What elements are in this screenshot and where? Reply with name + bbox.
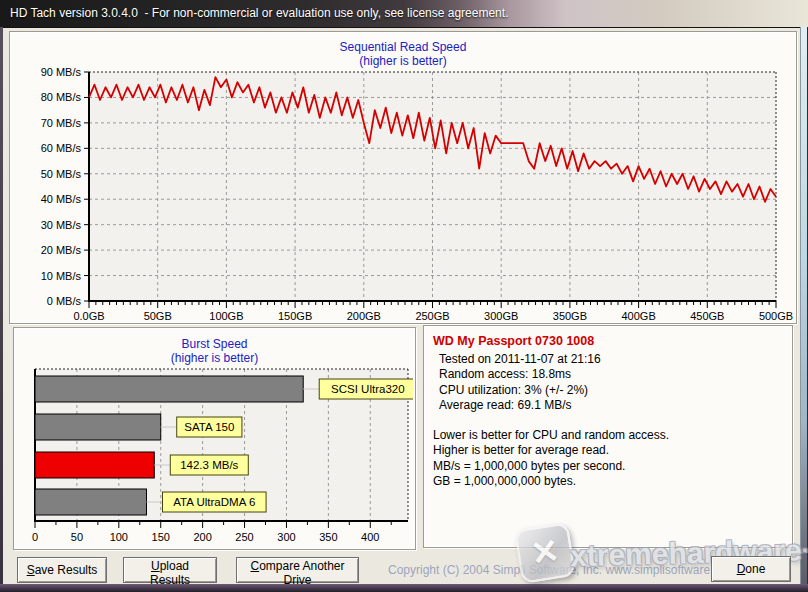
drive-notes: Lower is better for CPU and random acces… <box>433 428 792 490</box>
svg-text:ATA UltraDMA 6: ATA UltraDMA 6 <box>173 496 255 508</box>
info-text-line: Higher is better for average read. <box>433 443 792 459</box>
svg-text:300GB: 300GB <box>484 310 518 321</box>
svg-text:450GB: 450GB <box>690 310 724 321</box>
info-text-line: Lower is better for CPU and random acces… <box>433 428 792 444</box>
svg-text:SCSI Ultra320: SCSI Ultra320 <box>331 383 405 395</box>
info-text-line: CPU utilization: 3% (+/- 2%) <box>433 383 792 399</box>
title-bar[interactable]: HD Tach version 3.0.4.0 - For non-commer… <box>0 0 808 28</box>
compare-another-drive-button[interactable]: Compare Another Drive <box>236 557 359 583</box>
window-title: HD Tach version 3.0.4.0 - For non-commer… <box>10 0 508 27</box>
window-border-left <box>0 27 3 592</box>
save-results-button[interactable]: Save Results <box>17 557 107 583</box>
svg-text:50GB: 50GB <box>144 310 172 321</box>
window-border-bottom <box>0 584 808 592</box>
svg-text:350GB: 350GB <box>553 310 587 321</box>
svg-text:40 MB/s: 40 MB/s <box>41 193 82 205</box>
svg-text:100GB: 100GB <box>209 310 243 321</box>
svg-text:10 MB/s: 10 MB/s <box>41 270 82 282</box>
svg-text:70 MB/s: 70 MB/s <box>41 117 82 129</box>
info-spacer <box>433 414 792 428</box>
svg-text:150GB: 150GB <box>278 310 312 321</box>
done-button[interactable]: Done <box>711 556 791 582</box>
svg-text:400: 400 <box>361 531 379 543</box>
svg-text:200: 200 <box>193 531 211 543</box>
svg-text:50: 50 <box>71 531 83 543</box>
window-border-right <box>800 27 808 592</box>
svg-text:90 MB/s: 90 MB/s <box>41 66 82 78</box>
hd-tach-window: HD Tach version 3.0.4.0 - For non-commer… <box>0 0 808 592</box>
svg-text:20 MB/s: 20 MB/s <box>41 244 82 256</box>
svg-text:SATA 150: SATA 150 <box>184 421 234 433</box>
svg-text:0 MB/s: 0 MB/s <box>47 295 82 307</box>
upload-results-button[interactable]: Upload Results <box>123 557 217 583</box>
drive-info-panel: WD My Passport 0730 1008 Tested on 2011-… <box>423 325 793 548</box>
info-text-line: MB/s = 1,000,000 bytes per second. <box>433 459 792 475</box>
drive-name: WD My Passport 0730 1008 <box>433 334 792 350</box>
svg-text:350: 350 <box>319 531 337 543</box>
svg-text:500GB: 500GB <box>759 310 793 321</box>
burst-speed-panel: Burst Speed (higher is better) SCSI Ultr… <box>13 327 416 550</box>
burst-speed-chart: SCSI Ultra320SATA 150142.3 MB/sATA Ultra… <box>14 328 413 547</box>
sequential-read-chart: 0 MB/s10 MB/s20 MB/s30 MB/s40 MB/s50 MB/… <box>10 32 794 321</box>
svg-text:80 MB/s: 80 MB/s <box>41 91 82 103</box>
info-text-line: GB = 1,000,000,000 bytes. <box>433 474 792 490</box>
svg-text:30 MB/s: 30 MB/s <box>41 219 82 231</box>
svg-text:300: 300 <box>277 531 295 543</box>
copyright-text: Copyright (C) 2004 Simpli Software, Inc.… <box>388 563 736 577</box>
svg-text:50 MB/s: 50 MB/s <box>41 168 82 180</box>
svg-text:400GB: 400GB <box>621 310 655 321</box>
svg-text:100: 100 <box>110 531 128 543</box>
info-text-line: Tested on 2011-11-07 at 21:16 <box>433 352 792 368</box>
svg-text:142.3 MB/s: 142.3 MB/s <box>180 459 238 471</box>
svg-text:0.0GB: 0.0GB <box>73 310 104 321</box>
info-text-line: Random access: 18.8ms <box>433 367 792 383</box>
svg-text:150: 150 <box>152 531 170 543</box>
svg-text:250GB: 250GB <box>415 310 449 321</box>
drive-stats: Tested on 2011-11-07 at 21:16Random acce… <box>433 352 792 414</box>
svg-text:0: 0 <box>32 531 38 543</box>
info-text-line: Average read: 69.1 MB/s <box>433 398 792 414</box>
svg-text:200GB: 200GB <box>347 310 381 321</box>
svg-text:250: 250 <box>235 531 253 543</box>
svg-text:60 MB/s: 60 MB/s <box>41 142 82 154</box>
sequential-read-panel: Sequential Read Speed (higher is better)… <box>9 31 797 324</box>
